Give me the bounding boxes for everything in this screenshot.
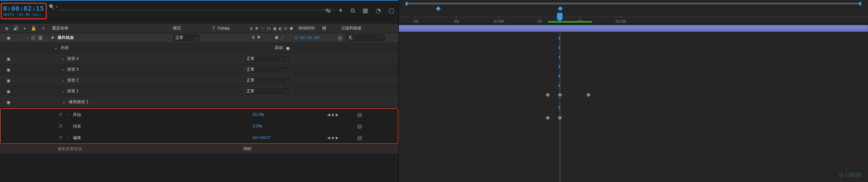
visibility-icon[interactable]: ◉	[6, 67, 11, 72]
timeline-row[interactable]	[399, 124, 868, 134]
layer-bar[interactable]	[399, 25, 868, 32]
add-label: 添加:	[275, 45, 284, 51]
shape-layer-icon: ★	[51, 35, 55, 40]
timecode-box[interactable]: 0:00:02:15 00075 (30.00 fps)	[1, 3, 47, 19]
search-caret[interactable]: ▾	[56, 5, 58, 8]
shape-mode-dropdown[interactable]: 正常 ⌄	[244, 65, 292, 74]
solo-toggle-icon[interactable]: ●	[23, 26, 26, 31]
shape-row[interactable]: ◉ › 形状 3 正常 ⌄	[0, 64, 398, 75]
keyframe[interactable]	[558, 116, 562, 120]
layer-name[interactable]: 爆炸线条	[58, 35, 74, 40]
timeline-keyframe-row[interactable]	[399, 113, 868, 124]
timeline-row[interactable]: I	[399, 62, 868, 71]
twirl-closed-icon[interactable]: ›	[62, 57, 64, 61]
keyframe[interactable]	[586, 93, 591, 97]
keyframe[interactable]	[546, 116, 550, 120]
start-property-row[interactable]: ⏱ ⟋ 开始 50.0% ◀ ◆ ▶ @	[1, 109, 398, 120]
playhead[interactable]	[557, 13, 563, 20]
trim-paths-group[interactable]: ◉ ⌄ 修剪路径 1	[0, 97, 398, 108]
keyframe-diamond-icon[interactable]: ◆	[331, 112, 334, 117]
timeline-row[interactable]: I	[399, 43, 868, 52]
trim-multiple-row[interactable]: 修剪多重形状 同时	[0, 145, 398, 154]
parent-dropdown[interactable]: 无 ⌄	[345, 33, 386, 42]
offset-property-row[interactable]: ⏱ ⟋ 偏移 0x+100.0° ◀ ◆ ▶ @	[1, 132, 398, 143]
chevron-down-icon: ⌄	[287, 68, 289, 71]
shape-row[interactable]: ◉ › 形状 4 正常 ⌄	[0, 53, 398, 64]
keyframe-diamond-icon[interactable]: ◆	[331, 135, 334, 140]
pickwhip-icon[interactable]: @	[357, 112, 362, 118]
work-area-end[interactable]	[859, 2, 861, 5]
stopwatch-icon[interactable]: ⏱	[58, 135, 63, 140]
visibility-icon[interactable]: ◉	[6, 35, 11, 41]
shape-row[interactable]: ◉ › 形状 1 正常 ⌄	[0, 86, 398, 97]
next-key-icon[interactable]: ▶	[336, 113, 338, 117]
col-mode: 模式	[173, 25, 203, 31]
draft3d-icon[interactable]: ✦	[338, 7, 343, 14]
twirl-closed-icon[interactable]: ›	[62, 89, 64, 93]
keyframe[interactable]	[558, 93, 562, 97]
shy-icon[interactable]: ↹	[326, 7, 331, 14]
twirl-open-icon[interactable]: ⌄	[54, 46, 57, 50]
keyframe-nav[interactable]: ◀ ◆ ▶	[327, 112, 351, 117]
end-value[interactable]: 0.0%	[253, 124, 327, 129]
stopwatch-icon[interactable]: ⏱	[58, 112, 63, 117]
duration-value[interactable]: 0:00:06:00	[295, 36, 322, 40]
search-input[interactable]	[59, 9, 337, 10]
twirl-open-icon[interactable]: ⌄	[62, 100, 65, 104]
graph-editor-icon[interactable]: ◔	[376, 7, 381, 14]
start-value[interactable]: 50.0%	[253, 112, 327, 117]
video-toggle-icon[interactable]: ◉	[5, 26, 8, 31]
search-icon[interactable]: 🔍	[49, 4, 55, 9]
contents-group-row[interactable]: ⌄ 内容 添加: ◉	[0, 43, 398, 53]
frameblend-icon[interactable]: ⧉	[351, 7, 355, 14]
marker-icon[interactable]	[436, 6, 440, 11]
offset-value[interactable]: 0x+100.0°	[253, 135, 327, 140]
timeline-row[interactable]: I	[399, 101, 868, 113]
twirl-open-icon[interactable]: ⌄	[26, 36, 29, 40]
color-label[interactable]	[31, 36, 35, 40]
twirl-closed-icon[interactable]: ›	[62, 78, 64, 83]
stopwatch-icon[interactable]: ⏱	[58, 124, 63, 129]
timeline-row[interactable]: I	[399, 33, 868, 43]
timeline-row[interactable]: I	[399, 71, 868, 81]
audio-toggle-icon[interactable]: 🔊	[13, 26, 19, 31]
visibility-icon[interactable]: ◉	[6, 99, 11, 105]
timeline-keyframe-row[interactable]	[399, 90, 868, 101]
trim-multi-value[interactable]: 同时	[243, 146, 252, 152]
time-ruler[interactable]: 10f 20f 02:00f 10f 20f 03:00f	[399, 0, 868, 24]
work-area-start[interactable]	[406, 2, 408, 5]
motionblur-icon[interactable]: ▦	[362, 7, 368, 14]
twirl-closed-icon[interactable]: ›	[62, 68, 64, 72]
shape-mode-dropdown[interactable]: 正常 ⌄	[244, 76, 292, 85]
keyframe-nav[interactable]: ◀ ◆ ▶	[327, 135, 351, 140]
chevron-down-icon: ⌄	[287, 89, 289, 93]
shape-mode-dropdown[interactable]: 正常 ⌄	[244, 54, 292, 63]
prev-key-icon[interactable]: ◀	[327, 113, 330, 117]
blend-mode-dropdown[interactable]: 正常 ⌄	[173, 33, 200, 42]
end-property-row[interactable]: ⏱ 结束 0.0% @	[1, 120, 398, 132]
timeline-row[interactable]: I	[399, 81, 868, 90]
graph-icon[interactable]: ⟋	[65, 112, 70, 117]
timeline-row[interactable]: I	[399, 52, 868, 62]
prev-key-icon[interactable]: ◀	[327, 136, 330, 140]
shape-row[interactable]: ◉ › 形状 2 正常 ⌄	[0, 75, 398, 86]
render-icon[interactable]: ▢	[389, 7, 394, 14]
visibility-icon[interactable]: ◉	[6, 78, 11, 83]
visibility-icon[interactable]: ◉	[6, 89, 11, 94]
timeline-layer-bar-row[interactable]	[399, 24, 868, 33]
next-key-icon[interactable]: ▶	[336, 136, 338, 140]
add-button-icon[interactable]: ◉	[286, 45, 290, 51]
shape-mode-dropdown[interactable]: 正常 ⌄	[244, 87, 292, 95]
visibility-icon[interactable]: ◉	[6, 56, 11, 62]
work-area-bar[interactable]	[406, 3, 861, 4]
lock-toggle-icon[interactable]: 🔒	[31, 26, 36, 31]
pickwhip-icon[interactable]: @	[357, 135, 362, 141]
pickwhip-icon[interactable]: @	[357, 123, 362, 129]
graph-icon[interactable]: ⟋	[65, 135, 70, 140]
timecode-main[interactable]: 0:00:02:15	[3, 4, 44, 13]
layer-row[interactable]: ◉ ⌄ 1 ★ 爆炸线条 正常 ⌄ ⊕✱ ▣／ 0:00:06:00	[0, 33, 398, 43]
trim-multi-label: 修剪多重形状	[58, 146, 243, 152]
pickwhip-icon[interactable]: @	[338, 35, 342, 41]
keyframe[interactable]	[546, 93, 550, 97]
marker-icon[interactable]	[558, 6, 563, 11]
